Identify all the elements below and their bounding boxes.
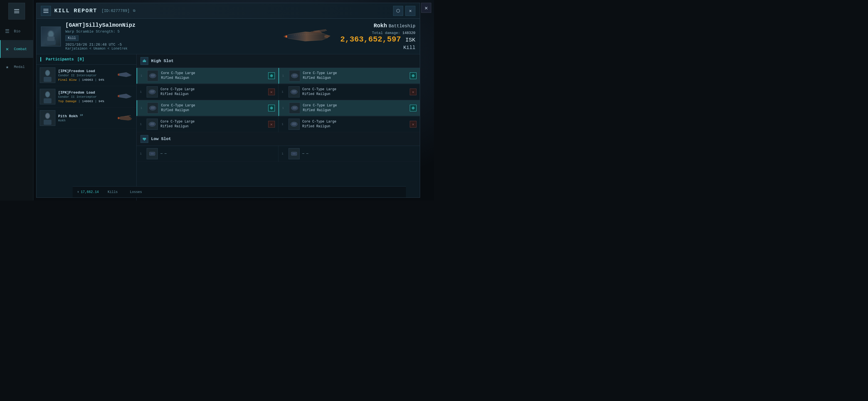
slot-num: 1: [282, 107, 286, 110]
fitting-slot[interactable]: 1 — —: [278, 146, 420, 162]
slot-icon: [289, 103, 300, 114]
victim-ship-name: Rokh: [374, 23, 387, 29]
svg-line-8: [313, 30, 326, 31]
sidebar-item-combat[interactable]: ✕ Combat: [0, 40, 33, 58]
kill-type: Kill: [340, 45, 415, 50]
close-icon: ✕: [425, 4, 428, 11]
participant-portrait: [40, 67, 55, 83]
fitting-slot[interactable]: 1 Core C-Type LargeRifled Railgun: [278, 68, 420, 84]
portrait-svg: [44, 28, 58, 45]
sidebar: ☰ Bio ✕ Combat ★ Medal: [0, 0, 33, 200]
kills-tab[interactable]: Kills: [104, 189, 121, 195]
close-panel-button[interactable]: ✕: [405, 6, 415, 16]
svg-marker-18: [129, 75, 132, 76]
slot-name: Core C-Type LargeRifled Railgun: [160, 87, 194, 97]
medal-icon: ★: [3, 63, 11, 71]
participants-count: [8]: [78, 57, 84, 61]
slot-status-offline: ✕: [410, 89, 416, 95]
victim-ship-class: Battleship: [389, 24, 415, 29]
participant-ship: Rokh: [58, 119, 114, 122]
slot-status-online: [268, 73, 275, 79]
low-slot-header: Low Slot: [136, 132, 420, 146]
slot-name: Core C-Type LargeRifled Railgun: [302, 119, 336, 129]
slot-num: 1: [140, 90, 144, 93]
slot-icon: [147, 86, 158, 97]
sidebar-item-medal[interactable]: ★ Medal: [0, 58, 33, 76]
slot-icon: [289, 70, 300, 81]
slot-icon: [147, 70, 158, 81]
participant-info: Pith Rokh 10 Rokh: [58, 114, 114, 122]
ship-display: [280, 25, 336, 48]
participant-percent: 94%: [98, 100, 104, 103]
svg-point-22: [45, 92, 50, 97]
kill-badge: Kill: [65, 35, 79, 41]
slot-icon: [288, 148, 300, 159]
slot-status-offline: ✕: [268, 121, 275, 127]
losses-tab[interactable]: Losses: [127, 189, 145, 195]
fitting-slot[interactable]: 1 Core C-Type LargeRifled Railgun: [278, 100, 420, 116]
sidebar-item-label: Combat: [14, 47, 27, 51]
svg-rect-3: [47, 36, 55, 41]
svg-point-25: [118, 95, 119, 97]
panel-hamburger-icon: [42, 8, 50, 14]
high-slot-icon: [141, 57, 148, 65]
kill-stats: Rokh Battleship Total damage: 148320 2,3…: [340, 23, 415, 50]
isk-value: 2,363,652,597: [340, 35, 401, 44]
copy-id-button[interactable]: ⧉: [133, 9, 135, 13]
hamburger-icon: [13, 8, 20, 14]
sidebar-item-bio[interactable]: ☰ Bio: [0, 22, 33, 40]
bio-icon: ☰: [3, 27, 11, 35]
fitting-slot[interactable]: 1 — —: [136, 146, 278, 162]
sidebar-menu-button[interactable]: [8, 3, 25, 20]
slot-icon: [147, 119, 158, 130]
share-button[interactable]: ⬡: [393, 6, 403, 16]
participant-portrait: [40, 110, 55, 126]
svg-point-28: [45, 113, 50, 118]
svg-rect-37: [144, 59, 145, 60]
slot-icon: [147, 148, 158, 159]
main-panel: KILL REPORT [ID:6277789] ⧉ ⬡ ✕: [36, 3, 420, 198]
slot-status-online: [410, 73, 416, 79]
slot-name: — —: [302, 151, 309, 156]
final-blow-label: Final Blow: [58, 78, 76, 82]
kill-info-section: [GAHT]SillySalmonNipz Warp Scramble Stre…: [36, 19, 420, 54]
combat-icon: ✕: [3, 45, 11, 53]
list-item[interactable]: [IPK]Freedom Load Condor II Interceptor …: [36, 86, 136, 108]
slot-name: Core C-Type LargeRifled Railgun: [161, 71, 195, 81]
svg-point-16: [45, 70, 50, 76]
app-close-button[interactable]: ✕: [421, 3, 431, 13]
total-damage-value: 148320: [402, 31, 415, 35]
slot-status-online: [410, 105, 416, 111]
slot-num: 1: [282, 152, 286, 155]
fitting-slot[interactable]: 1 Core C-Type LargeRifled Railgun ✕: [278, 84, 420, 100]
svg-point-13: [286, 36, 287, 37]
list-item[interactable]: Pith Rokh 10 Rokh: [36, 108, 136, 129]
bottom-bar: ⬆ 17,662.14 Kills Losses: [72, 186, 406, 197]
slot-name: Core C-Type LargeRifled Railgun: [302, 87, 336, 97]
low-slot-grid: 1 — — 1: [136, 146, 420, 162]
participant-portrait: [40, 89, 55, 105]
slot-num: 1: [141, 74, 145, 78]
fitting-slot[interactable]: 1 Core C-Type LargeRifled Railgun: [136, 68, 278, 84]
svg-point-43: [271, 75, 272, 76]
fitting-slot[interactable]: 1 Core C-Type LargeRifled Railgun ✕: [136, 116, 278, 132]
high-slot-header: High Slot: [136, 54, 420, 68]
participants-panel: Participants [8] [IPK]Freedom Load: [36, 54, 136, 200]
svg-point-69: [412, 108, 414, 109]
superscript: 10: [80, 114, 83, 117]
svg-marker-24: [129, 96, 132, 97]
fitting-slot[interactable]: 1 Core C-Type LargeRifled Railgun ✕: [136, 84, 278, 100]
slot-name: Core C-Type LargeRifled Railgun: [161, 103, 195, 113]
fitting-slot[interactable]: 1 Core C-Type LargeRifled Railgun: [136, 100, 278, 116]
victim-info: [GAHT]SillySalmonNipz Warp Scramble Stre…: [65, 22, 276, 51]
svg-marker-23: [118, 94, 130, 98]
high-slot-label: High Slot: [151, 59, 174, 63]
participants-header: Participants [8]: [36, 54, 136, 65]
panel-menu-button[interactable]: [41, 6, 51, 16]
slot-icon: [288, 86, 300, 97]
slot-name: Core C-Type LargeRifled Railgun: [303, 103, 337, 113]
list-item[interactable]: [IPK]Freedom Load Condor II Interceptor …: [36, 65, 136, 86]
fitting-slot[interactable]: 1 Core C-Type LargeRifled Railgun ✕: [278, 116, 420, 132]
slot-name: Core C-Type LargeRifled Railgun: [160, 119, 194, 129]
svg-point-63: [271, 108, 272, 109]
